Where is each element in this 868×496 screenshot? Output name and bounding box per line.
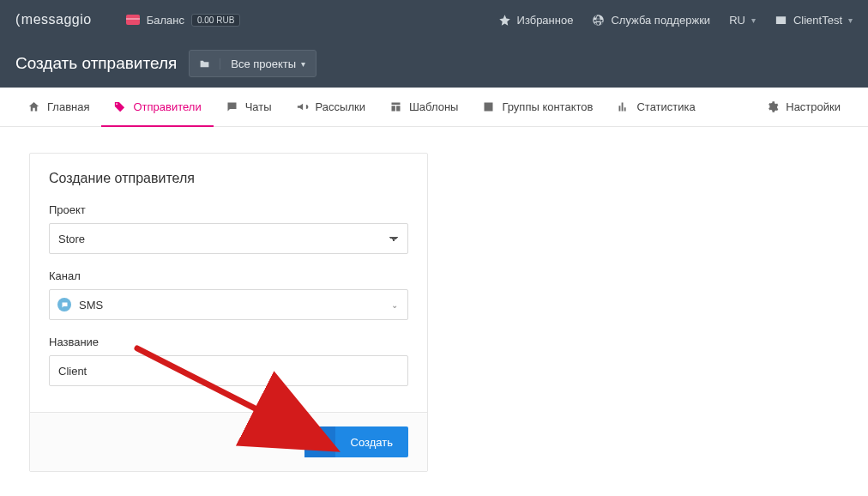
channel-select[interactable] bbox=[49, 289, 408, 320]
name-input[interactable] bbox=[49, 355, 408, 386]
field-project: Проект Store bbox=[49, 203, 408, 254]
sms-channel-icon bbox=[57, 298, 71, 312]
id-card-icon bbox=[775, 14, 787, 27]
tab-stats-label: Статистика bbox=[636, 100, 695, 113]
user-name: ClientTest bbox=[793, 14, 842, 27]
star-icon bbox=[498, 14, 511, 27]
project-select[interactable]: Store bbox=[49, 223, 408, 254]
tab-campaigns-label: Рассылки bbox=[316, 100, 365, 113]
wallet-icon bbox=[126, 15, 140, 25]
user-menu[interactable]: ClientTest ▾ bbox=[775, 14, 853, 27]
chevron-down-icon: ⌄ bbox=[391, 300, 398, 310]
nav-support[interactable]: Служба поддержки bbox=[592, 14, 710, 27]
folder-icon bbox=[190, 58, 220, 70]
chevron-down-icon: ▾ bbox=[301, 59, 305, 69]
balance-block[interactable]: Баланс 0.00 RUB bbox=[126, 14, 241, 27]
lang-switcher[interactable]: RU ▾ bbox=[729, 14, 756, 27]
tab-senders-label: Отправители bbox=[133, 100, 201, 113]
channel-label: Канал bbox=[49, 269, 408, 282]
tab-templates-label: Шаблоны bbox=[409, 100, 459, 113]
tab-templates[interactable]: Шаблоны bbox=[377, 88, 471, 126]
tab-chats[interactable]: Чаты bbox=[214, 88, 284, 126]
project-selector[interactable]: Все проекты▾ bbox=[189, 50, 316, 77]
globe-icon bbox=[592, 14, 605, 27]
template-icon bbox=[389, 100, 402, 113]
tab-stats[interactable]: Статистика bbox=[605, 88, 707, 126]
brand-logo[interactable]: messaggio bbox=[15, 12, 92, 27]
tag-icon bbox=[113, 100, 126, 113]
lang-label: RU bbox=[729, 14, 745, 27]
create-button[interactable]: Создать bbox=[304, 426, 408, 457]
field-channel: Канал ⌄ bbox=[49, 269, 408, 320]
top-bar: messaggio Баланс 0.00 RUB Избранное Служ… bbox=[0, 0, 868, 39]
megaphone-icon bbox=[296, 100, 309, 113]
field-name: Название bbox=[49, 336, 408, 386]
gear-icon bbox=[766, 100, 779, 113]
tab-settings[interactable]: Настройки bbox=[754, 88, 853, 126]
chevron-down-icon: ▾ bbox=[751, 15, 756, 25]
check-icon bbox=[304, 426, 335, 457]
name-label: Название bbox=[49, 336, 408, 348]
tab-chats-label: Чаты bbox=[245, 100, 272, 113]
balance-label: Баланс bbox=[147, 14, 184, 27]
tab-groups[interactable]: Группы контактов bbox=[470, 88, 605, 126]
support-label: Служба поддержки bbox=[611, 14, 710, 27]
tab-groups-label: Группы контактов bbox=[502, 100, 593, 113]
tab-home[interactable]: Главная bbox=[15, 88, 101, 126]
chevron-down-icon: ▾ bbox=[848, 15, 853, 25]
project-label: Проект bbox=[49, 203, 408, 216]
nav-favorites[interactable]: Избранное bbox=[498, 14, 574, 27]
chat-icon bbox=[226, 100, 238, 113]
tab-campaigns[interactable]: Рассылки bbox=[284, 88, 377, 126]
tab-home-label: Главная bbox=[47, 100, 89, 113]
home-icon bbox=[27, 100, 40, 113]
balance-value: 0.00 RUB bbox=[191, 14, 240, 27]
create-sender-card: Создание отправителя Проект Store Канал … bbox=[29, 153, 428, 472]
tab-senders[interactable]: Отправители bbox=[101, 88, 213, 126]
contacts-icon bbox=[482, 100, 495, 113]
nav-tabs: Главная Отправители Чаты Рассылки Шаблон… bbox=[0, 88, 868, 127]
tab-settings-label: Настройки bbox=[786, 100, 841, 113]
content-area: Создание отправителя Проект Store Канал … bbox=[0, 127, 868, 472]
page-title: Создать отправителя bbox=[15, 54, 177, 73]
favorites-label: Избранное bbox=[517, 14, 574, 27]
stats-icon bbox=[617, 100, 630, 113]
project-selector-label: Все проекты bbox=[231, 57, 296, 70]
sub-bar: Создать отправителя Все проекты▾ bbox=[0, 39, 868, 88]
create-button-label: Создать bbox=[335, 436, 408, 449]
card-title: Создание отправителя bbox=[49, 171, 408, 186]
